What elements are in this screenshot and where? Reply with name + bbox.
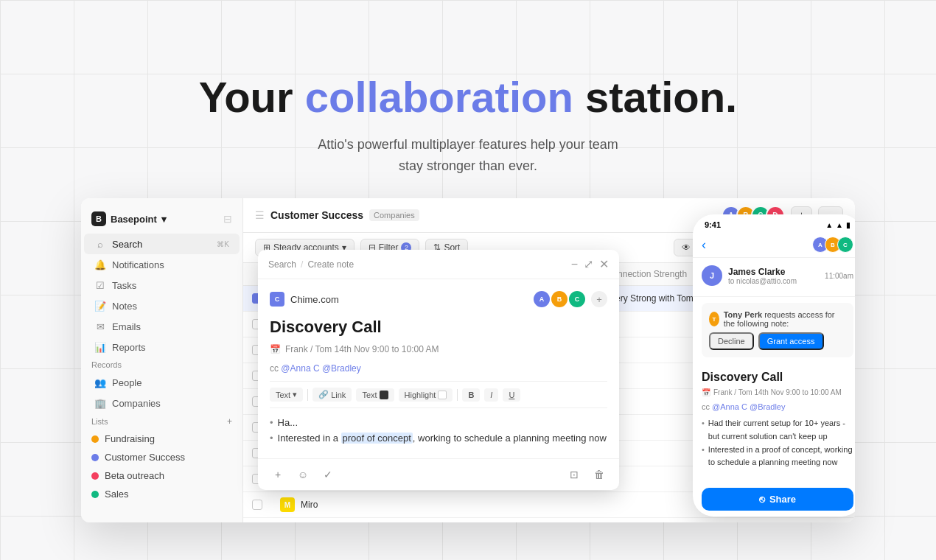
grant-access-button[interactable]: Grant access [758,332,824,350]
sales-dot [91,491,99,498]
note-toolbar: Text ▾ 🔗 Link Text Highlight B [270,381,607,408]
sidebar-item-notes[interactable]: 📝 Notes [84,295,240,316]
connection-cell [587,518,737,523]
eye-icon: 👁 [682,242,691,253]
mobile-note-title: Discovery Call [702,371,853,384]
calendar-icon: 📅 [270,344,281,354]
app-window: B Basepoint ▾ ⊟ ⌕ Search ⌘K 🔔 Notificati… [81,198,855,522]
underline-button[interactable]: U [503,388,520,402]
cc-anna[interactable]: @Anna C [281,363,319,374]
email-sender-to: to nicolas@attio.com [728,277,819,285]
footer-left: + ☺ ✓ [268,465,338,484]
bold-button[interactable]: B [462,388,480,402]
mobile-status-icons: ▲ ▲ ▮ [825,221,851,229]
mobile-header-avatars: A B C [816,237,853,253]
email-icon: ✉ [94,321,106,332]
wifi-icon: ▲ [825,221,833,229]
note-title: Discovery Call [270,318,607,337]
add-list-button[interactable]: + [227,416,232,427]
sidebar-item-beta-outreach[interactable]: Beta outreach [81,466,242,485]
bell-icon: 🔔 [94,259,106,270]
sidebar-item-fundraising[interactable]: Fundraising [81,430,242,448]
sidebar-item-reports[interactable]: 📊 Reports [84,337,240,357]
note-modal-controls: − ⤢ ✕ [571,257,609,271]
workspace-icon: B [91,211,106,226]
search-icon: ⌕ [94,238,106,250]
email-sender-row: J James Clarke to nicolas@attio.com 11:0… [702,265,853,286]
share-icon: ⎋ [759,494,765,505]
health-cell [437,492,506,518]
mobile-note-meta: 📅 Frank / Tom 14th Nov 9:00 to 10:00 AM [702,388,853,396]
more-cell[interactable]: ⋯ [738,518,772,523]
sidebar-item-notifications[interactable]: 🔔 Notifications [84,254,240,275]
lists-section-header: Lists + [81,413,242,430]
customer-success-dot [91,454,99,461]
mobile-bullet-2: Interested in a proof of concept, workin… [702,444,853,469]
notes-icon: 📝 [94,300,106,312]
expand-view-button[interactable]: ⊡ [565,465,584,484]
search-breadcrumb[interactable]: Search [268,259,296,270]
row-checkbox[interactable] [243,492,271,518]
mobile-cc-anna[interactable]: @Anna C [712,402,747,411]
entity-avatars: A B C [534,291,585,307]
close-button[interactable]: ✕ [599,257,609,271]
mobile-header: ‹ A B C [693,232,855,258]
highlight-swatch [438,391,447,399]
mobile-note-bullets: Had their current setup for 10+ years - … [702,417,853,469]
link-icon: 🔗 [318,390,329,399]
reports-icon: 📊 [94,341,106,353]
text-color-button[interactable]: Text [356,388,394,402]
table-row[interactable]: R Retool ⋯ 10 days ago [243,518,855,523]
company-cell: R Retool [271,518,437,523]
sidebar-item-sales[interactable]: Sales [81,485,242,503]
add-person-button[interactable]: + [591,291,607,307]
health-cell [437,518,506,523]
note-modal: Search / Create note − ⤢ ✕ C Chime.com A… [258,250,619,490]
text-style-button[interactable]: Text ▾ [270,388,303,402]
people-icon: 👥 [94,377,106,388]
highlight-button[interactable]: Highlight [399,388,453,402]
checkmark-button[interactable]: ✓ [318,465,338,484]
delete-button[interactable]: 🗑 [590,465,609,484]
list-icon: ☰ [255,209,265,221]
companies-icon: 🏢 [94,397,106,409]
share-button[interactable]: ⎋ Share [702,488,853,511]
sidebar-toggle-icon[interactable]: ⊟ [223,213,232,225]
minimize-button[interactable]: − [571,258,578,271]
add-block-button[interactable]: + [268,465,287,484]
link-button[interactable]: 🔗 Link [312,388,352,402]
sidebar-item-search[interactable]: ⌕ Search ⌘K [84,234,240,254]
calendar-icon-mobile: 📅 [702,388,710,396]
hero-subtitle: Attio's powerful multiplayer features he… [0,134,936,177]
sidebar-item-companies[interactable]: 🏢 Companies [84,393,240,413]
sidebar-item-people[interactable]: 👥 People [84,372,240,393]
mobile-bullet-1: Had their current setup for 10+ years - … [702,417,853,443]
mobile-cc-bradley[interactable]: @Bradley [750,402,785,411]
entity-name: Chime.com [290,294,339,305]
company-cell: M Miro [271,492,437,518]
mobile-note-section: Discovery Call 📅 Frank / Tom 14th Nov 9:… [693,363,855,482]
italic-button[interactable]: I [484,388,498,402]
mobile-status-bar: 9:41 ▲ ▲ ▮ [693,214,855,232]
sidebar-item-customer-success[interactable]: Customer Success [81,448,242,466]
header-left: ☰ Customer Success Companies [255,209,419,221]
tasks-icon: ☑ [94,279,106,291]
emoji-button[interactable]: ☺ [293,465,312,484]
beta-outreach-dot [91,472,99,480]
entity-av-3: C [569,291,585,307]
sidebar-item-tasks[interactable]: ☑ Tasks [84,275,240,295]
request-text: Tony Perk requests access for the follow… [724,310,846,328]
row-checkbox[interactable] [243,518,271,523]
footer-right: ⊡ 🗑 [565,465,609,484]
decline-button[interactable]: Decline [709,332,754,350]
back-button[interactable]: ‹ [702,237,706,253]
email-sender-info: James Clarke to nicolas@attio.com [728,267,819,285]
cc-bradley[interactable]: @Bradley [322,363,361,374]
mobile-email-preview: J James Clarke to nicolas@attio.com 11:0… [693,258,855,297]
entity-av-1: A [534,291,550,307]
workspace-label[interactable]: B Basepoint ▾ [91,211,167,226]
mobile-time: 9:41 [705,220,721,229]
sidebar-item-emails[interactable]: ✉ Emails [84,316,240,337]
expand-button[interactable]: ⤢ [584,257,593,271]
stage-cell [506,492,587,518]
